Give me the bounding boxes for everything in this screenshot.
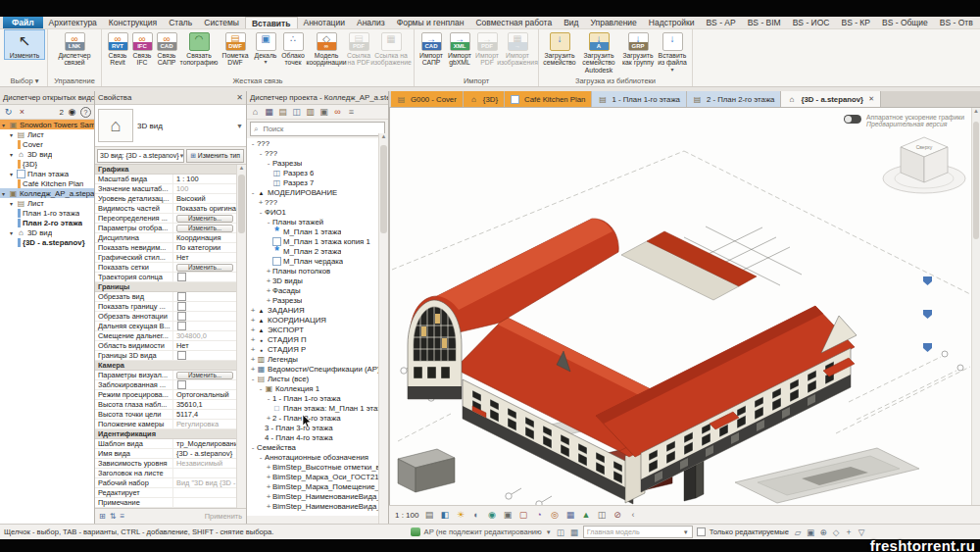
checkbox[interactable] <box>177 302 186 311</box>
view-tab[interactable]: 2 - План 2-го этажа <box>687 91 782 107</box>
ribbon-button[interactable]: Импорт gbXML <box>445 30 474 67</box>
close-icon[interactable]: ✕ <box>236 91 243 104</box>
ribbon-tab[interactable]: Аннотации <box>298 17 352 28</box>
hardware-acceleration-toggle[interactable] <box>844 115 861 124</box>
select-underlay-icon[interactable]: ▣ <box>806 527 815 537</box>
checkbox[interactable] <box>177 322 186 330</box>
ribbon-tab[interactable]: Системы <box>198 17 245 28</box>
property-row[interactable]: Дальняя секущая В... <box>95 322 246 331</box>
grid-icon[interactable]: ⊞ <box>99 512 106 521</box>
tree-item[interactable]: + СТАДИЯ Р <box>247 344 388 354</box>
analytical-icon[interactable]: ▲ <box>580 510 591 520</box>
checkbox[interactable] <box>177 273 186 281</box>
select-links-icon[interactable]: ▱ <box>793 527 803 537</box>
tree-item[interactable]: - 1 - План 1-го этажа <box>247 393 388 403</box>
tree-item[interactable]: + BimStep_НаименованиеВида_ГОСТ21 <box>247 491 388 501</box>
tree-item[interactable]: {3D - a.stepanov} <box>0 237 94 247</box>
browser-scrollbar[interactable]: ▲ <box>378 133 388 524</box>
ribbon-button[interactable]: Вставить из файла ▾ <box>656 30 689 72</box>
ribbon-tab[interactable]: BS - ИОС <box>787 17 836 28</box>
tree-item[interactable]: Разрез 6 <box>247 168 388 177</box>
property-row[interactable]: Область видимости Нет <box>95 341 246 351</box>
sort-icon[interactable]: ⇅ <box>110 512 117 521</box>
ribbon-tab[interactable]: Формы и генплан <box>391 17 470 28</box>
editing-requests-icon[interactable]: ▦ <box>569 527 579 537</box>
ribbon-button[interactable]: Изменить <box>5 30 44 59</box>
edit-button[interactable]: Изменить... <box>176 215 233 223</box>
property-row[interactable]: Значение масштаб... 100 <box>95 184 246 194</box>
chevron-down-icon[interactable]: ▼ <box>546 529 552 535</box>
property-row[interactable]: Траектория солнца <box>95 273 246 282</box>
property-row[interactable]: Обрезать вид <box>95 292 246 302</box>
checkbox[interactable] <box>177 312 186 321</box>
property-row[interactable]: Заблокированная ... <box>95 380 246 390</box>
settings-icon[interactable]: ≡ <box>346 107 357 117</box>
property-row[interactable]: Переопределения ... Изменить... <box>95 214 246 224</box>
view-tab[interactable]: G000 - Cover <box>391 91 464 107</box>
tree-item[interactable]: ▾ Лист <box>0 129 94 139</box>
property-row[interactable]: Рабочий набор Вид "3D вид {3D - a... <box>95 478 246 488</box>
tree-item[interactable]: ▾ Лист <box>0 198 94 208</box>
view-tab[interactable]: {3D} <box>464 91 505 107</box>
filter-sort-icon[interactable]: ≡ <box>120 512 124 521</box>
tree-item[interactable]: - Листы (все) <box>247 374 388 383</box>
tree-item[interactable]: + СТАДИЯ П <box>247 334 388 344</box>
sheets-icon[interactable]: ▤ <box>277 107 288 117</box>
ribbon-tab[interactable]: Конструкция <box>103 17 163 28</box>
tree-item[interactable]: + Планы потолков <box>247 266 388 276</box>
tree-item[interactable]: М_План 1 этажа <box>247 226 388 236</box>
tree-item[interactable]: + 2 - План 2-го этажа <box>247 413 388 423</box>
ribbon-button[interactable]: Связать топографию <box>179 30 219 67</box>
property-row[interactable]: Границы <box>95 282 246 292</box>
type-selector[interactable]: ⌂ 3D вид ▼ <box>95 105 246 147</box>
apply-button[interactable]: Применить <box>205 512 242 521</box>
property-row[interactable]: Масштаб вида 1 : 100 <box>95 175 246 184</box>
ribbon-button[interactable]: Загрузить семейство <box>542 30 577 67</box>
property-row[interactable]: Зависимость уровня Независимый <box>95 459 246 469</box>
view-tab[interactable]: 1 - План 1-го этажа <box>592 91 687 107</box>
close-views-icon[interactable]: × <box>17 107 27 117</box>
tree-item[interactable]: + ЗАДАНИЯ <box>247 305 388 315</box>
tree-item[interactable]: ▾ 3D вид <box>0 227 94 237</box>
constraints-icon[interactable]: ⊘ <box>612 510 622 520</box>
instance-select[interactable]: 3D вид: {3D - a.stepanov} ▼ <box>97 149 184 163</box>
property-row[interactable]: Примечание <box>95 498 246 508</box>
close-icon[interactable]: ✕ <box>868 95 874 103</box>
tree-item[interactable]: План 2-го этажа <box>0 218 94 227</box>
ribbon-button[interactable]: Декаль ▾ <box>252 30 279 64</box>
ribbon-button[interactable]: Загрузить как группу <box>620 30 656 67</box>
property-row[interactable]: Параметры отобра... Изменить... <box>95 224 246 233</box>
tree-item[interactable]: План этажа: М_План 1 этажа <box>247 403 388 413</box>
property-row[interactable]: Камера <box>95 361 246 371</box>
ribbon-tab[interactable]: BS - BIM <box>742 17 787 28</box>
ribbon-button[interactable]: Импорт САПР <box>417 30 445 67</box>
refresh-icon[interactable]: ↻ <box>3 107 14 117</box>
property-row[interactable]: Графический стил... Нет <box>95 253 246 263</box>
ribbon-tab[interactable]: Управление <box>585 17 643 28</box>
property-row[interactable]: Уровень детализац... Высокий <box>95 194 246 204</box>
ribbon-button[interactable]: Импорт изображения <box>500 30 535 67</box>
tree-item[interactable]: + BimStep_НаименованиеВида_ГОСТ21 <box>247 501 388 511</box>
filter-icon[interactable]: ▽ <box>857 527 866 537</box>
property-row[interactable]: Границы 3D вида <box>95 351 246 361</box>
temp-view-icon[interactable]: ▦ <box>564 510 575 520</box>
tree-item[interactable]: + BimStep_Высотные отметки_вверх <box>247 462 388 472</box>
tree-item[interactable]: Разрез 7 <box>247 177 388 187</box>
ribbon-tab[interactable]: Совместная работа <box>469 17 558 28</box>
ribbon-tab[interactable]: Сталь <box>163 17 198 28</box>
tree-item[interactable]: 4 - План 4-го этажа <box>247 432 388 442</box>
tree-item[interactable]: + Разрезы <box>247 295 388 305</box>
tree-item[interactable]: + ??? <box>247 197 388 207</box>
edit-type-button[interactable]: ⊞ Изменить тип <box>186 149 244 163</box>
search-input[interactable] <box>261 124 381 134</box>
tree-item[interactable]: - ??? <box>247 138 388 148</box>
tree-item[interactable]: + Фасады <box>247 285 388 295</box>
chevron-down-icon[interactable]: ▼ <box>236 123 243 129</box>
ribbon-tab[interactable]: Архитектура <box>43 17 103 28</box>
view-tab[interactable]: Café Kitchen Plan <box>505 91 592 107</box>
help-icon[interactable]: ? <box>80 107 91 118</box>
tree-item[interactable]: ▾ 3D вид <box>0 149 94 159</box>
ribbon-tab[interactable]: Надстройки <box>643 17 701 28</box>
ribbon-button[interactable]: Пометка DWF <box>219 30 252 67</box>
schedules-icon[interactable]: ◫ <box>291 107 302 117</box>
